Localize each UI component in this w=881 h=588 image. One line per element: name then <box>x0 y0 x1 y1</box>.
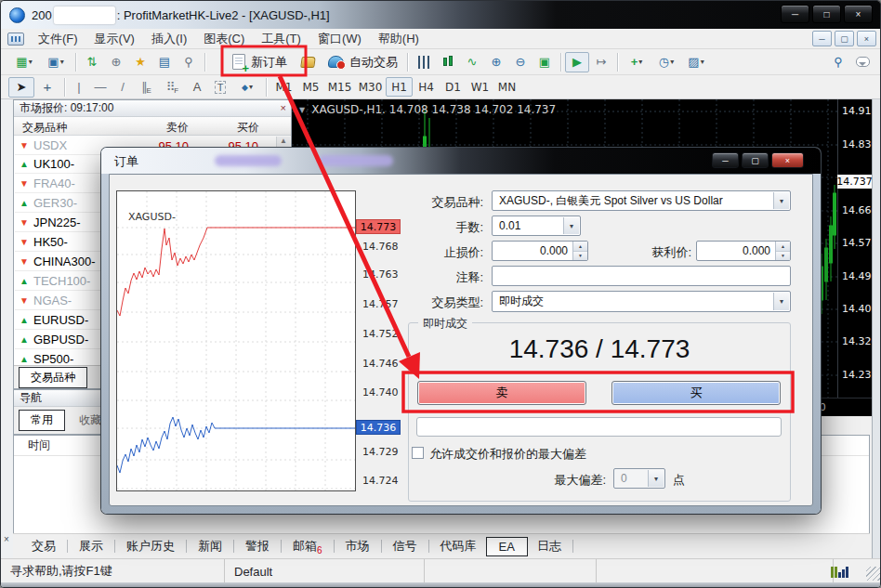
market-watch-header[interactable]: 市场报价: 09:17:00 × <box>14 100 291 117</box>
column-ask[interactable]: 买价 <box>237 120 259 136</box>
periods-button[interactable]: ◷▾ <box>651 52 681 72</box>
timeframe-w1[interactable]: W1 <box>467 77 493 97</box>
timeframe-mn[interactable]: MN <box>493 77 520 97</box>
crosshair-mode-button[interactable]: ⊕ <box>104 52 128 72</box>
spin-down-icon[interactable]: ▼ <box>776 252 790 261</box>
profiles-button[interactable]: ▣▾ <box>40 52 72 72</box>
expert-library-icon[interactable] <box>300 57 316 68</box>
order-type-select[interactable]: 即时成交 ▾ <box>492 291 791 312</box>
zoom-out-button[interactable]: ⊖ <box>508 52 533 72</box>
templates-button[interactable]: ▨▾ <box>681 52 711 72</box>
cursor-tool-button[interactable]: ➤ <box>8 77 34 98</box>
new-order-button[interactable]: 新订单 <box>226 51 294 73</box>
tick-chart-button[interactable]: ⇅ <box>80 52 104 72</box>
comment-input[interactable] <box>492 266 791 286</box>
chevron-down-icon[interactable]: ▾ <box>563 217 579 234</box>
chart-shift-button[interactable]: ↦ <box>589 52 613 72</box>
timeframe-h1[interactable]: H1 <box>386 77 413 97</box>
timeframe-m5[interactable]: M5 <box>297 77 324 97</box>
menu-help[interactable]: 帮助(H) <box>370 29 427 48</box>
spin-up-icon[interactable]: ▲ <box>776 242 790 252</box>
chevron-down-icon[interactable]: ▾ <box>773 293 789 310</box>
dialog-restore-button[interactable]: ▢ <box>742 152 769 168</box>
column-symbol[interactable]: 交易品种 <box>22 120 67 136</box>
tab-account-history[interactable]: 账户历史 <box>117 535 184 557</box>
tab-mailbox[interactable]: 邮箱6 <box>283 535 332 557</box>
channel-tool[interactable]: ∥E <box>134 77 160 98</box>
horizontal-line-tool[interactable]: — <box>89 77 112 98</box>
timeframe-m15[interactable]: M15 <box>324 77 355 97</box>
auto-trading-button[interactable]: 自动交易 <box>322 51 403 73</box>
spin-up-icon[interactable]: ▲ <box>573 242 587 252</box>
vertical-line-tool[interactable]: | <box>69 77 89 98</box>
market-watch-button[interactable]: ▤ <box>152 52 177 72</box>
menu-view[interactable]: 显示(V) <box>86 29 143 48</box>
tab-market[interactable]: 市场 <box>336 535 379 557</box>
mdi-minimize-button[interactable]: ─ <box>812 31 832 46</box>
mdi-restore-button[interactable]: ▢ <box>835 31 854 46</box>
text-tool[interactable]: A <box>186 77 208 98</box>
minimize-button[interactable]: ─ <box>781 5 809 23</box>
timeframe-m1[interactable]: M1 <box>270 77 297 97</box>
new-chart-button[interactable]: ▦▾ <box>8 52 40 72</box>
order-dialog-titlebar[interactable]: 订单 ─ ▢ × <box>101 148 821 174</box>
tab-common[interactable]: 常用 <box>19 410 65 431</box>
trendline-tool[interactable]: / <box>112 77 134 98</box>
menu-window[interactable]: 窗口(W) <box>309 29 370 48</box>
status-profile[interactable]: Default <box>224 559 424 583</box>
tab-symbols[interactable]: 交易品种 <box>19 367 87 388</box>
auto-scroll-button[interactable]: ▶ <box>565 52 589 72</box>
bar-chart-mode-button[interactable] <box>412 52 436 72</box>
history-center-button[interactable]: ★ <box>128 52 152 72</box>
terminal-close-icon[interactable]: × <box>4 535 9 544</box>
price-scale[interactable]: 14.915 14.830 14.660 14.575 14.490 14.40… <box>837 99 872 398</box>
timeframe-m30[interactable]: M30 <box>355 77 386 97</box>
search-icon[interactable]: ⚲ <box>826 52 850 72</box>
zoom-in-button[interactable]: ⊕ <box>484 52 508 72</box>
fibonacci-tool[interactable]: ⠿F <box>160 77 186 98</box>
chevron-down-icon[interactable]: ▾ <box>648 470 664 487</box>
arrows-tool-button[interactable]: ◆▾ <box>232 77 262 98</box>
max-deviation-checkbox[interactable] <box>412 447 424 459</box>
stop-loss-stepper[interactable]: 0.000 ▲▼ <box>492 241 588 261</box>
candlestick-mode-button[interactable] <box>436 52 460 72</box>
tab-news[interactable]: 新闻 <box>189 535 231 557</box>
spin-down-icon[interactable]: ▼ <box>573 252 587 261</box>
volume-select[interactable]: 0.01 ▾ <box>492 216 581 236</box>
take-profit-stepper[interactable]: 0.000 ▲▼ <box>696 241 791 261</box>
line-chart-mode-button[interactable]: ∿ <box>460 52 484 72</box>
tab-trade[interactable]: 交易 <box>22 535 65 557</box>
symbol-select[interactable]: XAGUSD-, 白银美元 Spot Silver vs US Dollar ▾ <box>492 190 791 211</box>
sell-button[interactable]: 卖 <box>417 381 586 405</box>
tab-alerts[interactable]: 警报 <box>236 535 279 557</box>
max-deviation-select[interactable]: 0 ▾ <box>613 468 665 489</box>
buy-button[interactable]: 买 <box>611 381 781 405</box>
chat-button[interactable] <box>850 52 874 72</box>
result-field[interactable] <box>416 417 782 437</box>
text-label-tool[interactable]: T <box>208 77 232 98</box>
tab-code-base[interactable]: 代码库 <box>431 535 486 557</box>
chevron-down-icon[interactable]: ▾ <box>773 192 789 209</box>
menu-insert[interactable]: 插入(I) <box>143 29 195 48</box>
tab-experts[interactable]: EA <box>486 537 528 556</box>
close-button[interactable]: × <box>844 5 873 23</box>
close-icon[interactable]: × <box>281 102 286 113</box>
timeframe-h4[interactable]: H4 <box>413 77 440 97</box>
resize-grip[interactable] <box>866 567 880 581</box>
chevron-down-icon[interactable]: ▼ <box>299 106 305 114</box>
maximize-button[interactable]: □ <box>812 5 841 23</box>
indicators-button[interactable]: +▾ <box>622 52 651 72</box>
tab-exposure[interactable]: 展示 <box>70 535 112 557</box>
tab-journal[interactable]: 日志 <box>528 535 571 557</box>
scroll-up-icon[interactable]: ▲ <box>280 137 287 145</box>
menu-tools[interactable]: 工具(T) <box>253 29 309 48</box>
column-time[interactable]: 时间 <box>28 438 50 453</box>
menu-file[interactable]: 文件(F) <box>30 29 86 48</box>
strategy-tester-button[interactable]: ⚲ <box>177 52 201 72</box>
timeframe-d1[interactable]: D1 <box>440 77 467 97</box>
crosshair-tool-button[interactable]: + <box>34 77 60 98</box>
menu-charts[interactable]: 图表(C) <box>195 29 253 48</box>
dialog-close-button[interactable]: × <box>771 152 804 168</box>
column-bid[interactable]: 卖价 <box>166 120 189 136</box>
chart-system-icon[interactable] <box>7 33 24 46</box>
